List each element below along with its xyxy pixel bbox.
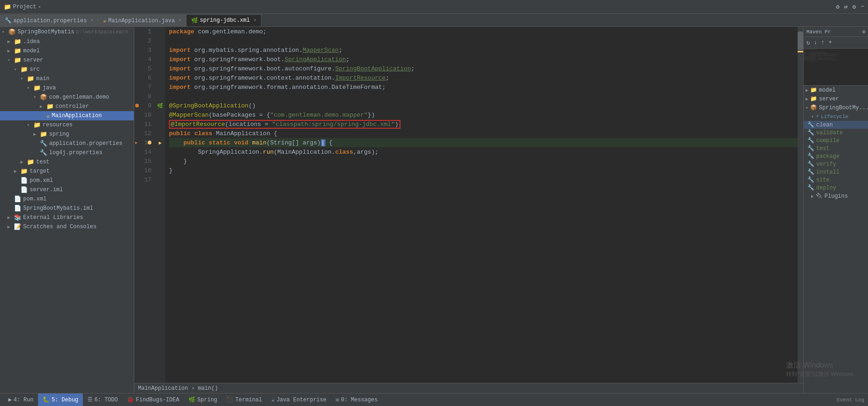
run-label: 4: Run	[13, 397, 33, 403]
iml-icon: 📄	[20, 186, 28, 194]
tab-main-application[interactable]: ☕ MainApplication.java ×	[98, 14, 186, 26]
sidebar-item-idea[interactable]: ▶ 📁 .idea	[0, 37, 134, 46]
maven-folder-server: 📁	[810, 95, 817, 102]
maven-upload-icon[interactable]: ↑	[820, 38, 826, 47]
gutter-15	[155, 156, 165, 166]
maven-install-label: install	[816, 169, 839, 175]
folder-icon-src: 📁	[20, 66, 28, 73]
root-path: D:\WorkSpaceLearn	[76, 29, 128, 35]
tree-arrow-spring: ▶	[33, 131, 39, 137]
folder-icon-java: 📁	[33, 84, 41, 92]
code-line-11: @ImportResource(locations = "classpath:s…	[169, 119, 798, 129]
maven-deploy-label: deploy	[816, 185, 836, 191]
sidebar-item-main-application[interactable]: ▶ ☕ MainApplication	[0, 111, 134, 120]
maven-item-package[interactable]: 🔧 package	[804, 152, 868, 160]
maven-add-icon[interactable]: +	[827, 38, 833, 47]
sidebar-item-root[interactable]: ▾ 📦 SpringBootMybatis D:\WorkSpaceLearn	[0, 27, 134, 37]
sidebar-item-root-iml[interactable]: ▶ 📄 SpringBootMybatis.iml	[0, 204, 134, 213]
gear-icon[interactable]: ⚙	[852, 3, 856, 11]
maven-item-clean[interactable]: 🔧 clean	[804, 121, 868, 129]
tab-close-spring-jdbc[interactable]: ×	[254, 18, 256, 23]
minimize-icon[interactable]: −	[861, 3, 864, 10]
maven-download-icon[interactable]: ↓	[813, 38, 818, 47]
bottom-tab-messages[interactable]: ✉ 0: Messages	[331, 394, 382, 406]
code-content[interactable]: package com.gentleman.demo; import org.m…	[165, 27, 798, 383]
maven-item-server[interactable]: ▶ 📁 server	[804, 94, 868, 103]
maven-item-plugins[interactable]: ▶ 🔌 Plugins	[804, 192, 868, 200]
sidebar-item-server[interactable]: ▾ 📁 server	[0, 56, 134, 65]
sidebar-item-target[interactable]: ▶ 📁 target	[0, 167, 134, 176]
tab-application-properties[interactable]: 🔧 application.properties ×	[0, 14, 98, 26]
tree-arrow-java: ▾	[27, 85, 32, 91]
maven-item-site[interactable]: 🔧 site	[804, 176, 868, 184]
findbugs-label: FindBugs-IDEA	[136, 397, 179, 403]
sidebar-item-ext-libs[interactable]: ▶ 📚 External Libraries	[0, 213, 134, 222]
sidebar-item-src[interactable]: ▾ 📁 src	[0, 65, 134, 74]
editor-scrollbar[interactable]	[798, 27, 803, 383]
maven-item-deploy[interactable]: 🔧 deploy	[804, 184, 868, 192]
sidebar-item-java[interactable]: ▾ 📁 java	[0, 83, 134, 93]
bottom-tab-findbugs[interactable]: 🐞 FindBugs-IDEA	[122, 394, 184, 406]
spring-label: spring	[49, 131, 69, 137]
sidebar-item-resources[interactable]: ▾ 📁 resources	[0, 120, 134, 130]
maven-plugins-icon: 🔌	[816, 193, 823, 200]
bottom-tab-terminal[interactable]: ⬛ Terminal	[222, 394, 267, 406]
sidebar-item-controller[interactable]: ▶ 📁 controller	[0, 102, 134, 111]
maven-item-install[interactable]: 🔧 install	[804, 168, 868, 176]
line-num-13: ▶ 13	[134, 138, 155, 147]
code-line-12: public class MainApplication {	[169, 129, 798, 138]
project-arrow[interactable]: ▾	[38, 4, 41, 10]
line-num-1: 1	[134, 27, 155, 36]
maven-item-test[interactable]: 🔧 test	[804, 144, 868, 152]
maven-item-validate[interactable]: 🔧 validate	[804, 129, 868, 137]
sidebar-item-main[interactable]: ▾ 📁 main	[0, 74, 134, 83]
maven-server-label: server	[819, 96, 839, 102]
target-label: target	[30, 168, 50, 175]
ext-libs-label: External Libraries	[23, 214, 83, 221]
folder-icon-model: 📁	[14, 47, 21, 55]
maven-item-model[interactable]: ▶ 📁 model	[804, 86, 868, 94]
sidebar-item-log4j[interactable]: ▶ 🔧 log4j.properties	[0, 148, 134, 157]
maven-package-label: package	[816, 153, 839, 160]
maven-item-verify[interactable]: 🔧 verify	[804, 160, 868, 168]
bottom-tab-spring[interactable]: 🌿 Spring	[184, 394, 222, 406]
maven-plugins-label: Plugins	[824, 193, 848, 200]
maven-settings-icon[interactable]: ⚙	[862, 29, 865, 35]
maven-lifecycle-icon: ⚡	[816, 113, 819, 120]
sidebar-item-package[interactable]: ▾ 📦 com.gentleman.demo	[0, 93, 134, 102]
maven-item-lifecycle[interactable]: ▾ ⚡ Lifecycle	[804, 112, 868, 121]
sidebar-item-test[interactable]: ▶ 📁 test	[0, 157, 134, 167]
tab-close-main-application[interactable]: ×	[179, 18, 181, 23]
sidebar-item-scratches[interactable]: ▶ 📝 Scratches and Consoles	[0, 222, 134, 231]
messages-label: 0: Messages	[341, 397, 377, 403]
bottom-tab-run[interactable]: ▶ 4: Run	[4, 394, 38, 406]
code-line-5: import org.springframework.boot.autoconf…	[169, 64, 798, 73]
maven-item-springboot[interactable]: ▾ 📦 SpringBootMy...	[804, 103, 868, 112]
line-num-8: 8	[134, 92, 155, 101]
maven-item-compile[interactable]: 🔧 compile	[804, 137, 868, 144]
maven-validate-icon: 🔧	[807, 129, 814, 136]
gutter-1	[155, 27, 165, 36]
settings-icon[interactable]: ⚙	[836, 3, 840, 11]
bottom-tab-java-enterprise[interactable]: ☕ Java Enterprise	[267, 394, 331, 406]
sidebar-item-pom-server[interactable]: ▶ 📄 pom.xml	[0, 176, 134, 185]
sidebar-item-model[interactable]: ▶ 📁 model	[0, 46, 134, 56]
code-line-2	[169, 36, 798, 45]
maven-refresh-icon[interactable]: ↻	[806, 38, 811, 47]
event-log-label[interactable]: Event Log	[837, 397, 864, 403]
folder-icon: 📦	[8, 28, 16, 36]
sidebar-item-pom-root[interactable]: ▶ 📄 pom.xml	[0, 194, 134, 204]
bottom-tab-debug[interactable]: 🐛 5: Debug	[38, 394, 83, 406]
tab-spring-jdbc[interactable]: 🌿 spring-jdbc.xml ×	[187, 14, 262, 26]
line-num-10: 10	[134, 110, 155, 119]
debug-icon: 🐛	[43, 396, 50, 403]
tab-close-application-properties[interactable]: ×	[90, 18, 93, 23]
code-container[interactable]: 1 2 3 4 5 6 7 8 9 10 11 12 ▶ 13	[134, 27, 803, 383]
sidebar-item-server-iml[interactable]: ▶ 📄 server.iml	[0, 185, 134, 194]
sidebar-item-spring[interactable]: ▶ 📁 spring	[0, 130, 134, 139]
sync-icon[interactable]: ⇄	[844, 3, 848, 11]
todo-label: 6: TODO	[94, 397, 118, 403]
sidebar-item-app-props[interactable]: ▶ 🔧 application.properties	[0, 139, 134, 148]
bottom-tab-todo[interactable]: ☰ 6: TODO	[83, 394, 122, 406]
maven-title: Maven Pr	[806, 29, 831, 35]
